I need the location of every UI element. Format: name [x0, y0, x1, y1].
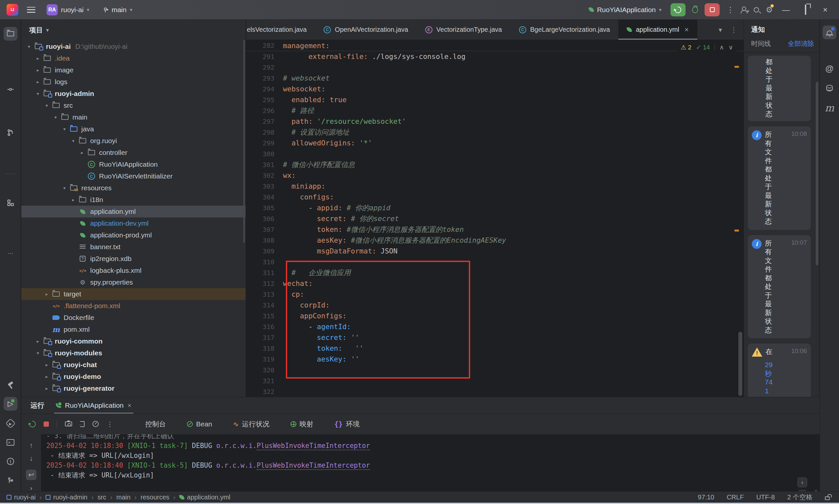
tab-list-chevron-icon[interactable]: ▾	[719, 26, 722, 34]
tree-row[interactable]: ▾org.ruoyi	[21, 135, 245, 147]
collapse-right-icon[interactable]: ‹	[798, 478, 807, 487]
code-line[interactable]: 309 msgDataFormat: JSON	[246, 246, 743, 256]
breadcrumb[interactable]: src	[97, 493, 106, 501]
file-encoding[interactable]: UTF-8	[756, 493, 775, 501]
timeline-tab[interactable]: 时间线	[751, 39, 771, 48]
rerun-button[interactable]	[28, 419, 37, 428]
close-button[interactable]: ×	[819, 5, 832, 14]
tree-row[interactable]: ▾main	[21, 111, 245, 123]
tree-row[interactable]: ▸controller	[21, 147, 245, 159]
next-problem-button[interactable]: ∨	[729, 43, 733, 51]
code-line[interactable]: 294websocket:	[246, 84, 743, 94]
code-line[interactable]: 303 miniapp:	[246, 181, 743, 192]
breadcrumb[interactable]: ruoyi-ai	[6, 493, 36, 501]
tree-row[interactable]: ▾java	[21, 123, 245, 135]
error-stripe-mark[interactable]	[734, 66, 739, 68]
settings-button[interactable]: ⚙	[766, 5, 773, 14]
code-line[interactable]: 292	[246, 62, 743, 73]
scroll-up-icon[interactable]: ↑	[26, 440, 36, 451]
tree-row[interactable]: ▸.idea	[21, 52, 245, 64]
debug-button[interactable]	[692, 6, 698, 13]
chevron-closed-icon[interactable]: ▸	[69, 197, 78, 202]
services-tool-button[interactable]: ▶	[4, 417, 17, 430]
run-tab[interactable]: RuoYiAIApplication ×	[54, 397, 134, 414]
run-toolbar-tab[interactable]: {}环境	[331, 419, 363, 429]
code-line[interactable]: 296 # 路径	[246, 105, 743, 116]
more-icon[interactable]: ⋮	[106, 420, 113, 428]
tree-row[interactable]: </>logback-plus.xml	[21, 265, 245, 276]
notification-card[interactable]: i所有文件都处于最新状态10:08	[748, 126, 811, 230]
chevron-closed-icon[interactable]: ▸	[33, 56, 42, 61]
code-line[interactable]: 306 secret: # 你的secret	[246, 213, 743, 224]
breadcrumb[interactable]: resources	[141, 493, 170, 501]
error-stripe-mark[interactable]	[734, 230, 739, 232]
editor-tab[interactable]: EVectorizationType.java	[417, 20, 511, 40]
unlock-icon[interactable]	[825, 497, 830, 500]
line-separator[interactable]: CRLF	[726, 493, 743, 501]
code-line[interactable]: 304 configs:	[246, 192, 743, 202]
stop-button[interactable]	[44, 421, 49, 427]
code-line[interactable]: 291 external-file: ./logs/sys-console.lo…	[246, 51, 743, 62]
code-line[interactable]: 293# websocket	[246, 73, 743, 84]
tree-row[interactable]: ▸image	[21, 64, 245, 76]
tree-row[interactable]: ⚙spy.properties	[21, 276, 245, 288]
main-menu-icon[interactable]	[27, 7, 35, 13]
minimize-button[interactable]: —	[779, 5, 792, 14]
structure-tool-button[interactable]	[4, 196, 17, 210]
tree-row[interactable]: banner.txt	[21, 241, 245, 253]
tree-row[interactable]: ▸ruoyi-generator	[21, 382, 245, 394]
tab-close-icon[interactable]: ×	[685, 25, 689, 34]
code-line[interactable]: 305 - appid: # 你的appid	[246, 202, 743, 213]
chevron-open-icon[interactable]: ▾	[33, 350, 42, 356]
pull-requests-tool-button[interactable]	[4, 126, 17, 140]
chevron-closed-icon[interactable]: ▸	[33, 339, 42, 344]
chevron-closed-icon[interactable]: ▸	[33, 68, 42, 73]
editor[interactable]: 282management:291 external-file: ./logs/…	[246, 40, 743, 397]
tab-options-icon[interactable]: ⋮	[731, 26, 737, 34]
thread-dump-icon[interactable]	[65, 421, 72, 426]
chevron-closed-icon[interactable]: ▸	[42, 291, 51, 297]
editor-tab[interactable]: application.yml×	[618, 20, 697, 40]
run-toolbar-tab[interactable]: 映射	[287, 419, 317, 429]
tree-row[interactable]: Dockerfile	[21, 312, 245, 324]
more-icon[interactable]: ⋮	[726, 5, 734, 14]
build-tool-button[interactable]	[4, 379, 17, 392]
notification-card[interactable]: i所有文件都处于最新状态10:07	[748, 235, 811, 339]
rerun-button[interactable]	[670, 3, 686, 16]
tree-row[interactable]: CRuoYiAIApplication	[21, 159, 245, 170]
tree-row[interactable]: application.yml	[21, 206, 245, 217]
code-line[interactable]: 307 token: #微信小程序消息服务器配置的token	[246, 224, 743, 235]
notifications-scrollbar[interactable]	[816, 82, 818, 265]
indent-setting[interactable]: 2 个空格	[787, 493, 812, 502]
tree-row[interactable]: mpom.xml	[21, 324, 245, 335]
tree-row[interactable]: application-dev.yml	[21, 217, 245, 229]
notification-link[interactable]: 29秒741	[765, 361, 807, 395]
tree-row[interactable]: application-prod.yml	[21, 229, 245, 241]
tree-row[interactable]: ?ip2region.xdb	[21, 253, 245, 265]
code-line[interactable]: 302wx:	[246, 170, 743, 181]
console[interactable]: ↑ ↓ ↩ › - 3. 请扫描二维码图片，并在手机上确认2025-04-02 …	[21, 434, 820, 491]
tree-row[interactable]: ▾ruoyi-admin	[21, 88, 245, 100]
gauge-icon[interactable]	[92, 421, 99, 427]
code-line[interactable]: 299 allowedOrigins: '*'	[246, 138, 743, 148]
editor-scrollbar[interactable]	[738, 332, 742, 396]
tree-row[interactable]: ▸i18n	[21, 194, 245, 206]
prev-problem-button[interactable]: ∧	[719, 43, 724, 51]
code-line[interactable]: 308 aesKey: #微信小程序消息服务器配置的EncodingAESKey	[246, 235, 743, 246]
breadcrumb[interactable]: main	[116, 493, 131, 501]
tree-row[interactable]: </>.flattened-pom.xml	[21, 300, 245, 312]
chevron-closed-icon[interactable]: ▸	[42, 386, 51, 391]
tree-row[interactable]: ▾ruoyi-aiD:\github\ruoyi-ai	[21, 41, 245, 52]
breadcrumb[interactable]: application.yml	[179, 493, 230, 501]
stop-button[interactable]	[705, 3, 720, 16]
code-line[interactable]: 301# 微信小程序配置信息	[246, 159, 743, 170]
chevron-closed-icon[interactable]: ▸	[42, 362, 51, 367]
code-line[interactable]: 297 path: '/resource/websocket'	[246, 116, 743, 127]
editor-tab[interactable]: elsVectorization.java	[246, 20, 315, 40]
close-icon[interactable]: ×	[127, 402, 132, 409]
maven-tool-button[interactable]: m	[823, 101, 836, 114]
chevron-open-icon[interactable]: ▾	[33, 91, 42, 96]
tree-row[interactable]: ▸target	[21, 288, 245, 300]
more-tools-button[interactable]: ⋯	[4, 246, 17, 260]
exit-icon[interactable]	[80, 421, 85, 427]
